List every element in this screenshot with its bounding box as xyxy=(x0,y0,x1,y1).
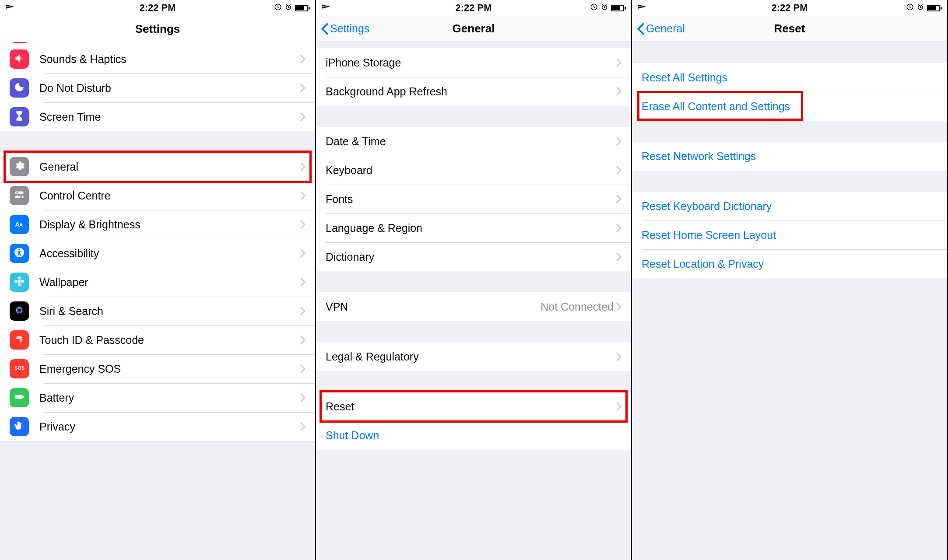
list-row[interactable]: Screen Time xyxy=(0,102,315,131)
list-row[interactable]: Erase All Content and Settings xyxy=(632,92,947,121)
row-group: Sounds & HapticsDo Not DisturbScreen Tim… xyxy=(0,45,315,131)
status-time: 2:22 PM xyxy=(374,2,573,14)
fingerprint-icon xyxy=(10,330,29,350)
back-button[interactable]: Settings xyxy=(320,16,369,42)
svg-point-10 xyxy=(18,280,21,283)
chevron-right-icon xyxy=(616,302,621,311)
list-row[interactable]: VPNNot Connected xyxy=(316,292,631,321)
list-row[interactable]: Sounds & Haptics xyxy=(0,45,315,74)
list-row[interactable]: Shut Down xyxy=(316,421,631,450)
row-label: Battery xyxy=(39,392,74,404)
hourglass-icon xyxy=(10,107,29,126)
list-row[interactable]: Legal & Regulatory xyxy=(316,342,631,371)
list-row[interactable]: Background App Refresh xyxy=(316,77,631,106)
row-label: Reset Keyboard Dictionary xyxy=(642,200,772,213)
list-row[interactable]: Keyboard xyxy=(316,156,631,185)
list-row[interactable]: Touch ID & Passcode xyxy=(0,326,315,354)
list-row[interactable]: Reset xyxy=(316,392,631,421)
row-label: Screen Time xyxy=(39,111,101,123)
reset-list[interactable]: Reset All SettingsErase All Content and … xyxy=(632,42,947,560)
general-pane: 2:22 PM Settings General iPhone StorageB… xyxy=(316,0,632,560)
row-label: Reset All Settings xyxy=(642,71,727,84)
chevron-right-icon xyxy=(300,55,305,63)
list-row[interactable]: AADisplay & Brightness xyxy=(0,210,315,239)
list-row[interactable]: Do Not Disturb xyxy=(0,74,315,102)
hand-icon xyxy=(10,417,29,436)
battery-status-icon xyxy=(295,5,310,11)
svg-rect-3 xyxy=(15,196,24,198)
list-row[interactable]: Dictionary xyxy=(316,242,631,271)
status-bar: 2:22 PM xyxy=(0,0,315,16)
svg-text:SOS: SOS xyxy=(14,365,25,371)
row-group: Reset Keyboard DictionaryReset Home Scre… xyxy=(632,192,947,278)
list-row[interactable]: Privacy xyxy=(0,412,315,441)
row-label: Background App Refresh xyxy=(326,85,447,98)
row-group: Reset All SettingsErase All Content and … xyxy=(632,63,947,121)
list-row[interactable]: Battery xyxy=(0,383,315,412)
row-label: VPN xyxy=(326,301,348,313)
list-row[interactable]: Control Centre xyxy=(0,181,315,210)
chevron-right-icon xyxy=(300,249,305,258)
chevron-right-icon xyxy=(616,224,621,232)
battery-icon xyxy=(10,388,29,407)
chevron-right-icon xyxy=(616,137,621,146)
nav-bar: General Reset xyxy=(632,16,947,42)
list-row[interactable]: Siri & Search xyxy=(0,297,315,326)
list-row[interactable]: Wallpaper xyxy=(0,268,315,297)
settings-list[interactable]: Sounds & HapticsDo Not DisturbScreen Tim… xyxy=(0,42,315,560)
back-label: General xyxy=(646,22,685,35)
chevron-right-icon xyxy=(616,252,621,261)
chevron-right-icon xyxy=(300,220,305,229)
nav-bar: Settings General xyxy=(316,16,631,42)
list-row[interactable]: Language & Region xyxy=(316,214,631,242)
list-row[interactable]: Reset Keyboard Dictionary xyxy=(632,192,947,220)
row-group: Reset Network Settings xyxy=(632,142,947,171)
rotation-lock-icon xyxy=(590,3,598,13)
general-list[interactable]: iPhone StorageBackground App RefreshDate… xyxy=(316,42,631,560)
list-row[interactable]: Accessibility xyxy=(0,239,315,268)
airplane-mode-icon xyxy=(637,2,647,14)
status-bar: 2:22 PM xyxy=(316,0,631,16)
status-time: 2:22 PM xyxy=(690,2,889,14)
status-bar: 2:22 PM xyxy=(632,0,947,16)
list-row[interactable]: Reset All Settings xyxy=(632,63,947,92)
row-group: GeneralControl CentreAADisplay & Brightn… xyxy=(0,152,315,441)
moon-icon xyxy=(10,78,29,98)
list-row[interactable]: iPhone Storage xyxy=(316,48,631,77)
back-button[interactable]: General xyxy=(636,16,685,42)
row-label: Siri & Search xyxy=(39,305,103,318)
rotation-lock-icon xyxy=(906,3,914,13)
row-label: Sounds & Haptics xyxy=(39,53,126,66)
gear-icon xyxy=(10,157,29,176)
sound-icon xyxy=(10,49,29,69)
alarm-icon xyxy=(916,3,924,13)
svg-point-12 xyxy=(18,283,21,286)
list-row[interactable]: Reset Location & Privacy xyxy=(632,249,947,278)
svg-point-11 xyxy=(18,276,21,280)
row-label: Reset Network Settings xyxy=(642,150,756,163)
svg-point-14 xyxy=(21,280,24,283)
row-group: Date & TimeKeyboardFontsLanguage & Regio… xyxy=(316,127,631,271)
chevron-right-icon xyxy=(300,336,305,344)
list-row[interactable]: Reset Network Settings xyxy=(632,142,947,171)
row-label: Privacy xyxy=(39,420,75,433)
highlight-box xyxy=(320,390,628,423)
list-row[interactable]: General xyxy=(0,152,315,181)
svg-text:A: A xyxy=(19,222,23,228)
svg-point-9 xyxy=(18,248,20,250)
chevron-right-icon xyxy=(616,402,621,411)
list-row[interactable]: SOSEmergency SOS xyxy=(0,354,315,383)
list-row[interactable]: Reset Home Screen Layout xyxy=(632,220,947,249)
list-row[interactable]: Fonts xyxy=(316,185,631,214)
svg-rect-2 xyxy=(15,191,24,193)
chevron-right-icon xyxy=(616,166,621,175)
row-label: Language & Region xyxy=(326,222,422,234)
chevron-right-icon xyxy=(616,195,621,203)
row-label: Legal & Regulatory xyxy=(326,350,419,363)
flower-icon xyxy=(10,273,29,292)
siri-icon xyxy=(10,301,29,321)
row-label: Date & Time xyxy=(326,135,386,148)
chevron-right-icon xyxy=(616,87,621,96)
row-group: VPNNot Connected xyxy=(316,292,631,321)
list-row[interactable]: Date & Time xyxy=(316,127,631,156)
